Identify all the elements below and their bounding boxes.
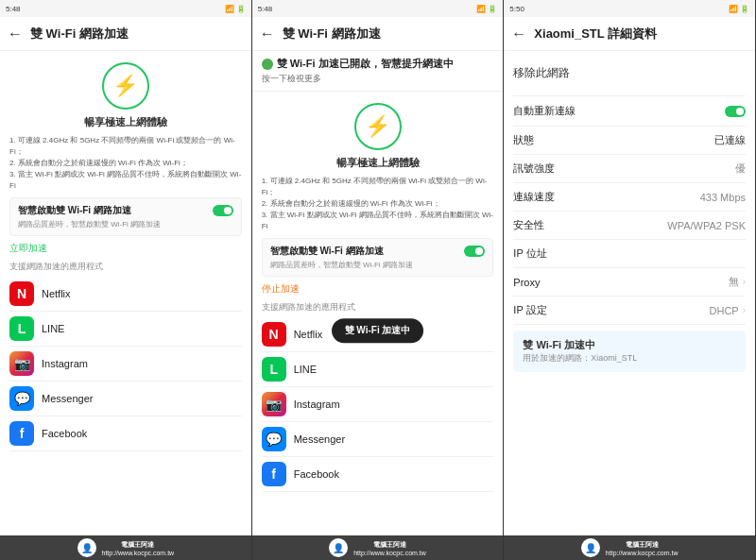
app-name-netflix-1: Netflix [42,288,71,299]
ip-label: IP 位址 [513,246,546,261]
auto-reconnect-row: 自動重新連線 [513,96,746,127]
title-bar-2: ← 雙 Wi-Fi 網路加速 [252,17,504,51]
signal-label: 訊號強度 [513,161,555,176]
detail-row-speed: 連線速度 433 Mbps [513,183,746,212]
detail-content: 移除此網路 自動重新連線 狀態 已連線 訊號強度 優 連線速度 433 Mbps… [504,51,755,560]
wifi-boost-header-1: 智慧啟動雙 Wi-Fi 網路加速 [18,204,233,217]
speed-label: 連線速度 [513,190,555,204]
instagram-icon-2: 📷 [262,392,286,416]
page-title-2: 雙 Wi-Fi 網路加速 [283,25,381,42]
status-right-3: 📶 🔋 [729,5,749,13]
back-arrow-2[interactable]: ← [260,25,275,42]
lightning-icon-2: ⚡ [354,103,402,150]
proxy-arrow: › [743,277,746,287]
app-item-netflix-1: N Netflix [9,277,242,312]
detail-row-signal: 訊號強度 優 [513,155,746,183]
app-item-line-2: L LINE [262,352,494,387]
app-item-line-1: L LINE [9,312,242,347]
lightning-icon-1: ⚡ [102,62,149,110]
enjoy-text-2: 暢享極速上網體驗 [262,156,494,170]
app-item-instagram-2: 📷 Instagram [262,387,494,422]
remove-network-row[interactable]: 移除此網路 [513,51,746,96]
watermark-logo-3: 👤 [581,538,600,557]
battery-3: 🔋 [740,5,749,13]
proxy-label: Proxy [513,277,540,288]
watermark-text-1: 電腦王阿達 http://www.kocpc.com.tw [102,540,175,556]
detail-row-ip-setting[interactable]: IP 設定 DHCP › [513,297,746,325]
detail-row-security: 安全性 WPA/WPA2 PSK [513,212,746,240]
status-bar-2: 5:48 📶 🔋 [252,0,504,17]
line-icon-1: L [9,316,34,341]
wifi-boost-sub-1: 網路品質差時，智慧啟動雙 Wi-Fi 網路加速 [18,219,233,229]
content-2: ⚡ 暢享極速上網體驗 1. 可連線 2.4GHz 和 5GHz 不同頻帶的兩個 … [252,92,504,560]
speed-value: 433 Mbps [700,192,746,203]
title-bar-3: ← Xiaomi_STL 詳細資料 [504,17,755,51]
back-arrow-3[interactable]: ← [511,25,526,42]
detail-row-proxy[interactable]: Proxy 無 › [513,268,746,297]
remove-network-link[interactable]: 移除此網路 [513,58,570,89]
app-item-messenger-1: 💬 Messenger [9,382,242,416]
watermark-2: 👤 電腦王阿達 http://www.kocpc.com.tw [252,535,504,560]
signal-2: 📶 [476,5,486,13]
ip-setting-label: IP 設定 [513,303,546,317]
wifi-boost-header-2: 智慧啟動雙 Wi-Fi 網路加速 [270,245,486,258]
time-1: 5:48 [6,5,21,13]
wifi-boost-active: 雙 Wi-Fi 加速中 用於加速的網路：Xiaomi_STL [513,331,746,372]
app-name-messenger-1: Messenger [42,393,93,404]
auto-reconnect-toggle[interactable] [725,106,746,117]
wifi-boost-section-2: 智慧啟動雙 Wi-Fi 網路加速 網路品質差時，智慧啟動雙 Wi-Fi 網路加速 [262,238,494,277]
signal-3: 📶 [729,5,738,13]
phone-panel-2: 5:48 📶 🔋 ← 雙 Wi-Fi 網路加速 雙 Wi-Fi 加速已開啟，智慧… [252,0,505,560]
signal-value: 優 [735,161,746,176]
wifi-boost-active-title: 雙 Wi-Fi 加速中 [523,338,736,352]
wifi-boost-toggle-1[interactable] [213,205,233,216]
back-arrow-1[interactable]: ← [8,25,23,42]
time-3: 5:50 [509,5,524,13]
banner-title-2: 雙 Wi-Fi 加速已開啟，智慧提升網速中 [262,57,494,71]
facebook-icon-2: f [262,462,286,486]
security-label: 安全性 [513,218,544,232]
detail-row-ip: IP 位址 [513,240,746,268]
app-name-line-2: LINE [294,364,317,375]
time-2: 5:48 [258,5,273,13]
app-name-instagram-1: Instagram [42,358,88,369]
status-left-3: 5:50 [509,5,524,13]
watermark-text-2: 電腦王阿達 http://www.kocpc.com.tw [353,540,426,556]
status-bar-3: 5:50 📶 🔋 [504,0,755,17]
app-item-facebook-1: f Facebook [9,416,242,451]
enjoy-text-1: 暢享極速上網體驗 [9,115,242,129]
content-1: ⚡ 暢享極速上網體驗 1. 可連線 2.4GHz 和 5GHz 不同頻帶的兩個 … [0,51,251,560]
app-name-facebook-2: Facebook [294,468,339,480]
phone-panel-3: 5:50 📶 🔋 ← Xiaomi_STL 詳細資料 移除此網路 自動重新連線 … [504,0,756,560]
app-item-messenger-2: 💬 Messenger [262,422,494,457]
description-1: 1. 可連線 2.4GHz 和 5GHz 不同頻帶的兩個 Wi-Fi 或雙頻合一… [9,135,242,192]
status-label: 狀態 [513,133,534,147]
watermark-1: 👤 電腦王阿達 http://www.kocpc.com.tw [0,535,251,560]
page-title-3: Xiaomi_STL 詳細資料 [534,25,657,42]
page-title-1: 雙 Wi-Fi 網路加速 [30,25,129,42]
wifi-boost-toggle-2[interactable] [464,246,485,257]
app-name-netflix-2: Netflix [294,329,323,340]
android-icon-2 [262,59,273,70]
signal-1: 📶 [225,5,234,13]
detail-row-status: 狀態 已連線 [513,127,746,155]
watermark-logo-2: 👤 [329,538,348,557]
auto-reconnect-label: 自動重新連線 [513,104,576,118]
status-value: 已連線 [714,133,746,147]
messenger-icon-2: 💬 [262,427,286,451]
line-icon-2: L [262,357,286,382]
battery-2: 🔋 [488,5,497,13]
lightning-area-2: ⚡ [262,103,494,150]
status-right-1: 📶 🔋 [225,5,246,13]
status-right-2: 📶 🔋 [476,5,497,13]
notification-banner-2[interactable]: 雙 Wi-Fi 加速已開啟，智慧提升網速中 按一下檢視更多 [252,51,504,92]
lightning-area-1: ⚡ [9,62,242,110]
action-link-1[interactable]: 立即加速 [9,242,242,255]
wifi-boost-section-1: 智慧啟動雙 Wi-Fi 網路加速 網路品質差時，智慧啟動雙 Wi-Fi 網路加速 [9,197,242,236]
banner-sub-2: 按一下檢視更多 [262,73,494,85]
instagram-icon-1: 📷 [9,351,34,376]
watermark-3: 👤 電腦王阿達 http://www.kocpc.com.tw [504,535,755,560]
action-link-2[interactable]: 停止加速 [262,282,494,296]
description-2: 1. 可連線 2.4GHz 和 5GHz 不同頻帶的兩個 Wi-Fi 或雙頻合一… [262,176,494,232]
title-bar-1: ← 雙 Wi-Fi 網路加速 [0,17,251,51]
